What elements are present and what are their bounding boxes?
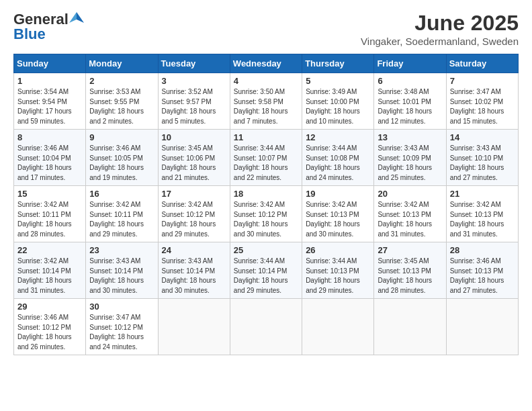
sunrise-label: Sunrise: 3:46 AM [89,144,140,152]
sunset-label: Sunset: 9:55 PM [89,98,139,105]
day-number: 2 [89,76,154,86]
daylight-label: Daylight: 18 hours and 29 minutes. [234,277,288,294]
calendar-cell: 16 Sunrise: 3:42 AM Sunset: 10:11 PM Day… [86,186,158,242]
day-number: 16 [89,189,154,199]
day-number: 22 [17,245,82,255]
logo-icon [69,11,84,26]
calendar-cell: 20 Sunrise: 3:42 AM Sunset: 10:13 PM Day… [374,186,446,242]
day-number: 13 [378,132,442,142]
calendar-cell: 5 Sunrise: 3:49 AM Sunset: 10:00 PM Dayl… [302,73,374,130]
daylight-label: Daylight: 18 hours and 28 minutes. [17,220,72,238]
day-number: 27 [378,245,442,255]
month-year: June 2025 [361,11,519,36]
sunset-label: Sunset: 10:13 PM [450,211,504,218]
sunrise-label: Sunrise: 3:43 AM [450,144,501,152]
sunset-label: Sunset: 10:07 PM [234,154,287,162]
day-number: 24 [162,245,226,255]
daylight-label: Daylight: 18 hours and 29 minutes. [306,277,360,294]
daylight-label: Daylight: 18 hours and 12 minutes. [378,107,432,125]
day-number: 12 [306,132,370,142]
sunset-label: Sunset: 9:57 PM [162,98,212,105]
calendar-day-header: Tuesday [158,54,230,73]
sunset-label: Sunset: 10:04 PM [17,154,71,162]
calendar-week-row: 22 Sunrise: 3:42 AM Sunset: 10:14 PM Day… [14,242,519,299]
sunset-label: Sunset: 10:13 PM [306,211,359,218]
sunrise-label: Sunrise: 3:45 AM [162,144,213,152]
sunset-label: Sunset: 10:12 PM [234,211,287,218]
sunset-label: Sunset: 10:12 PM [89,324,143,331]
sunset-label: Sunset: 10:02 PM [450,98,504,105]
calendar-cell [230,299,302,355]
daylight-label: Daylight: 18 hours and 24 minutes. [306,164,360,181]
sunset-label: Sunset: 10:14 PM [17,267,71,275]
day-info: Sunrise: 3:46 AM Sunset: 10:05 PM Daylig… [89,144,154,183]
day-number: 4 [234,76,298,86]
calendar-cell: 24 Sunrise: 3:43 AM Sunset: 10:14 PM Day… [158,242,230,299]
daylight-label: Daylight: 18 hours and 15 minutes. [450,107,504,125]
sunset-label: Sunset: 10:14 PM [89,267,143,275]
sunset-label: Sunset: 10:11 PM [89,211,143,218]
day-number: 14 [450,132,515,142]
day-number: 10 [162,132,226,142]
day-number: 17 [162,189,226,199]
daylight-label: Daylight: 18 hours and 22 minutes. [234,164,288,181]
sunrise-label: Sunrise: 3:42 AM [17,257,69,265]
sunrise-label: Sunrise: 3:44 AM [306,144,357,152]
sunset-label: Sunset: 10:10 PM [450,154,504,162]
day-info: Sunrise: 3:46 AM Sunset: 10:12 PM Daylig… [17,313,82,352]
day-info: Sunrise: 3:42 AM Sunset: 10:13 PM Daylig… [378,200,442,239]
day-number: 9 [89,132,154,142]
sunrise-label: Sunrise: 3:50 AM [234,88,285,95]
calendar-header-row: SundayMondayTuesdayWednesdayThursdayFrid… [14,54,519,73]
daylight-label: Daylight: 18 hours and 30 minutes. [306,220,360,238]
day-info: Sunrise: 3:49 AM Sunset: 10:00 PM Daylig… [306,87,370,126]
svg-marker-1 [69,12,77,23]
sunset-label: Sunset: 9:54 PM [17,98,67,105]
daylight-label: Daylight: 18 hours and 30 minutes. [162,277,216,294]
calendar-table: SundayMondayTuesdayWednesdayThursdayFrid… [13,54,519,355]
sunrise-label: Sunrise: 3:52 AM [162,88,213,95]
day-number: 19 [306,189,370,199]
sunrise-label: Sunrise: 3:44 AM [306,257,357,265]
sunrise-label: Sunrise: 3:43 AM [162,257,213,265]
sunset-label: Sunset: 10:01 PM [378,98,431,105]
day-number: 15 [17,189,82,199]
day-number: 6 [378,76,442,86]
day-info: Sunrise: 3:43 AM Sunset: 10:14 PM Daylig… [89,257,154,295]
sunset-label: Sunset: 10:13 PM [306,267,359,275]
day-info: Sunrise: 3:46 AM Sunset: 10:13 PM Daylig… [450,257,515,295]
sunrise-label: Sunrise: 3:43 AM [89,257,140,265]
calendar-cell: 9 Sunrise: 3:46 AM Sunset: 10:05 PM Dayl… [86,130,158,186]
sunrise-label: Sunrise: 3:44 AM [234,144,285,152]
calendar-cell: 22 Sunrise: 3:42 AM Sunset: 10:14 PM Day… [14,242,86,299]
day-info: Sunrise: 3:50 AM Sunset: 9:58 PM Dayligh… [234,87,298,126]
calendar-cell: 21 Sunrise: 3:42 AM Sunset: 10:13 PM Day… [446,186,518,242]
day-number: 18 [234,189,298,199]
calendar-cell: 29 Sunrise: 3:46 AM Sunset: 10:12 PM Day… [14,299,86,355]
sunset-label: Sunset: 10:06 PM [162,154,216,162]
sunrise-label: Sunrise: 3:45 AM [378,257,429,265]
calendar-week-row: 1 Sunrise: 3:54 AM Sunset: 9:54 PM Dayli… [14,73,519,130]
day-number: 23 [89,245,154,255]
calendar-day-header: Monday [86,54,158,73]
calendar-cell: 2 Sunrise: 3:53 AM Sunset: 9:55 PM Dayli… [86,73,158,130]
sunset-label: Sunset: 10:12 PM [17,324,71,331]
daylight-label: Daylight: 18 hours and 29 minutes. [89,220,144,238]
day-info: Sunrise: 3:42 AM Sunset: 10:11 PM Daylig… [17,200,82,239]
sunset-label: Sunset: 10:14 PM [234,267,287,275]
location: Vingaker, Soedermanland, Sweden [361,36,519,47]
daylight-label: Daylight: 18 hours and 5 minutes. [162,107,216,125]
sunrise-label: Sunrise: 3:47 AM [89,314,140,321]
sunrise-label: Sunrise: 3:49 AM [306,88,357,95]
day-number: 3 [162,76,226,86]
daylight-label: Daylight: 18 hours and 10 minutes. [306,107,360,125]
calendar-cell: 23 Sunrise: 3:43 AM Sunset: 10:14 PM Day… [86,242,158,299]
daylight-label: Daylight: 18 hours and 28 minutes. [378,277,432,294]
calendar-week-row: 29 Sunrise: 3:46 AM Sunset: 10:12 PM Day… [14,299,519,355]
day-number: 20 [378,189,442,199]
day-info: Sunrise: 3:43 AM Sunset: 10:09 PM Daylig… [378,144,442,183]
sunrise-label: Sunrise: 3:42 AM [234,201,285,208]
calendar-week-row: 8 Sunrise: 3:46 AM Sunset: 10:04 PM Dayl… [14,130,519,186]
calendar-cell: 6 Sunrise: 3:48 AM Sunset: 10:01 PM Dayl… [374,73,446,130]
calendar-cell: 27 Sunrise: 3:45 AM Sunset: 10:13 PM Day… [374,242,446,299]
